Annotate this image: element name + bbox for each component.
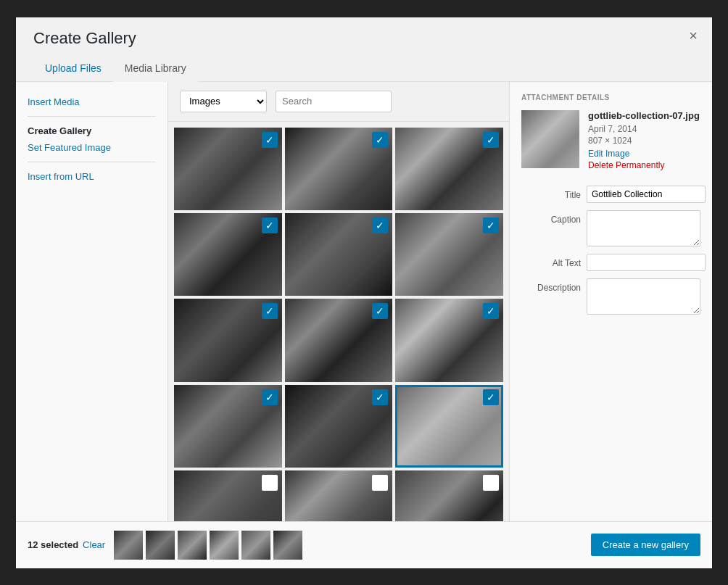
selected-thumb xyxy=(114,531,143,560)
modal-body: Insert Media Create Gallery Set Featured… xyxy=(16,82,712,521)
alt-text-label: Alt Text xyxy=(521,254,587,268)
description-field-row: Description xyxy=(521,278,700,315)
sidebar-divider xyxy=(28,116,156,117)
check-badge: ✓ xyxy=(262,303,278,319)
caption-input[interactable] xyxy=(587,210,700,246)
media-item[interactable]: ✓ xyxy=(395,299,503,381)
alt-text-field-row: Alt Text xyxy=(521,254,700,271)
tab-media-library[interactable]: Media Library xyxy=(113,57,198,82)
check-badge: ✓ xyxy=(483,303,499,319)
check-badge: ✓ xyxy=(372,132,388,148)
modal-tabs: Upload Files Media Library xyxy=(33,57,695,81)
media-grid-area[interactable]: ✓ ✓ ✓ ✓ xyxy=(168,122,509,521)
media-item-selected[interactable]: ✓ xyxy=(395,385,503,468)
check-badge: ✓ xyxy=(483,132,499,148)
attachment-panel: ATTACHMENT DETAILS gottlieb-collection-0… xyxy=(509,82,712,521)
title-input[interactable] xyxy=(587,186,706,203)
search-input[interactable] xyxy=(276,91,392,112)
media-item[interactable]: ✓ xyxy=(174,128,282,210)
selected-thumb xyxy=(241,531,270,560)
create-gallery-button[interactable]: Create a new gallery xyxy=(591,534,700,556)
media-grid: ✓ ✓ ✓ ✓ xyxy=(174,128,503,521)
sidebar-divider-2 xyxy=(28,162,156,162)
modal: Create Gallery Upload Files Media Librar… xyxy=(16,17,712,568)
check-badge xyxy=(372,475,388,491)
sidebar-item-create-gallery[interactable]: Create Gallery xyxy=(28,123,156,139)
check-badge: ✓ xyxy=(262,132,278,148)
modal-header: Create Gallery Upload Files Media Librar… xyxy=(16,17,712,82)
check-badge: ✓ xyxy=(483,217,499,233)
media-item[interactable]: ✓ xyxy=(395,213,503,296)
media-item[interactable]: ✓ xyxy=(285,128,393,210)
selected-thumb xyxy=(210,531,239,560)
modal-footer: 12 selected Clear Create a new gallery xyxy=(16,521,712,568)
media-item[interactable] xyxy=(174,470,282,521)
check-badge xyxy=(262,475,278,491)
media-item[interactable]: ✓ xyxy=(395,128,503,210)
selected-thumb xyxy=(146,531,175,560)
modal-overlay: Create Gallery Upload Files Media Librar… xyxy=(0,0,728,585)
check-badge: ✓ xyxy=(372,389,388,405)
selected-thumb xyxy=(273,531,302,560)
description-label: Description xyxy=(521,278,587,293)
check-badge: ✓ xyxy=(262,217,278,233)
selected-count: 12 selected xyxy=(28,539,78,550)
media-item[interactable] xyxy=(285,470,393,521)
close-button[interactable]: × xyxy=(683,26,703,46)
media-item[interactable]: ✓ xyxy=(174,385,282,468)
media-item[interactable] xyxy=(395,470,503,521)
check-badge: ✓ xyxy=(372,303,388,319)
check-badge xyxy=(483,475,499,491)
clear-selection-link[interactable]: Clear xyxy=(83,539,105,550)
sidebar-item-set-featured[interactable]: Set Featured Image xyxy=(28,139,156,156)
selected-thumbs xyxy=(114,531,591,560)
title-field-row: Title xyxy=(521,186,700,203)
caption-label: Caption xyxy=(521,210,587,225)
attachment-details-title: ATTACHMENT DETAILS xyxy=(521,94,700,101)
selected-thumb xyxy=(178,531,207,560)
media-item[interactable]: ✓ xyxy=(174,299,282,381)
media-content: Images ✓ ✓ xyxy=(168,82,509,521)
media-toolbar: Images xyxy=(168,82,509,122)
modal-title: Create Gallery xyxy=(33,29,695,48)
title-label: Title xyxy=(521,186,587,200)
sidebar: Insert Media Create Gallery Set Featured… xyxy=(16,82,168,521)
media-item[interactable]: ✓ xyxy=(174,213,282,296)
sidebar-item-insert-url[interactable]: Insert from URL xyxy=(28,168,156,185)
attachment-thumbnail xyxy=(521,110,579,168)
alt-text-input[interactable] xyxy=(587,254,706,271)
tab-upload-files[interactable]: Upload Files xyxy=(33,57,113,82)
caption-field-row: Caption xyxy=(521,210,700,246)
description-input[interactable] xyxy=(587,278,700,315)
check-badge: ✓ xyxy=(483,389,499,405)
attachment-fields: Title Caption Alt Text Description xyxy=(521,186,700,315)
sidebar-item-insert-media[interactable]: Insert Media xyxy=(28,94,156,110)
media-item[interactable]: ✓ xyxy=(285,385,393,468)
check-badge: ✓ xyxy=(262,389,278,405)
media-item[interactable]: ✓ xyxy=(285,213,393,296)
filter-select[interactable]: Images xyxy=(180,91,267,112)
check-badge: ✓ xyxy=(372,217,388,233)
attachment-info: gottlieb-collection-07.jpg April 7, 2014… xyxy=(521,110,700,174)
media-item[interactable]: ✓ xyxy=(285,299,393,381)
